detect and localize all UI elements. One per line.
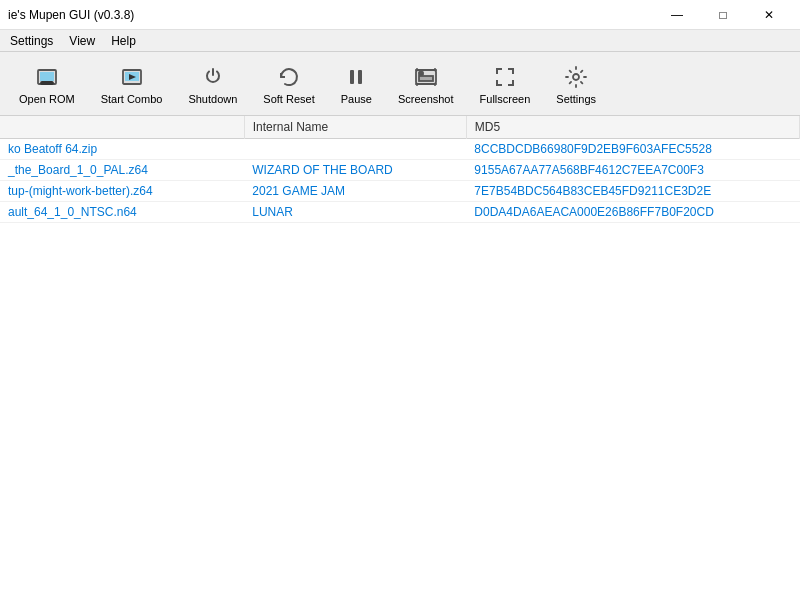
- menu-bar: Settings View Help: [0, 30, 800, 52]
- rom-table-body: ko Beatoff 64.zip8CCBDCDB66980F9D2EB9F60…: [0, 139, 800, 223]
- rom-internal-name: [244, 139, 466, 160]
- svg-rect-11: [419, 76, 433, 81]
- open-rom-label: Open ROM: [19, 93, 75, 105]
- menu-help[interactable]: Help: [103, 32, 144, 50]
- minimize-button[interactable]: —: [654, 0, 700, 30]
- svg-rect-7: [358, 70, 362, 84]
- window-controls: — □ ✕: [654, 0, 792, 30]
- toolbar: Open ROM Start Combo Shutdown: [0, 52, 800, 116]
- svg-rect-2: [41, 82, 53, 84]
- soft-reset-button[interactable]: Soft Reset: [252, 58, 325, 110]
- menu-view[interactable]: View: [61, 32, 103, 50]
- start-combo-button[interactable]: Start Combo: [90, 58, 174, 110]
- start-combo-label: Start Combo: [101, 93, 163, 105]
- rom-filename: _the_Board_1_0_PAL.z64: [0, 160, 244, 181]
- settings-icon: [562, 63, 590, 91]
- shutdown-button[interactable]: Shutdown: [177, 58, 248, 110]
- rom-filename: ko Beatoff 64.zip: [0, 139, 244, 160]
- col-header-md5: MD5: [466, 116, 799, 139]
- menu-settings[interactable]: Settings: [2, 32, 61, 50]
- soft-reset-label: Soft Reset: [263, 93, 314, 105]
- table-row[interactable]: _the_Board_1_0_PAL.z64WIZARD OF THE BOAR…: [0, 160, 800, 181]
- table-row[interactable]: tup-(might-work-better).z642021 GAME JAM…: [0, 181, 800, 202]
- rom-md5: 8CCBDCDB66980F9D2EB9F603AFEC5528: [466, 139, 799, 160]
- rom-md5: 9155A67AA77A568BF4612C7EEA7C00F3: [466, 160, 799, 181]
- fullscreen-icon: [491, 63, 519, 91]
- svg-rect-1: [40, 72, 54, 81]
- rom-filename: tup-(might-work-better).z64: [0, 181, 244, 202]
- settings-button[interactable]: Settings: [545, 58, 607, 110]
- shutdown-icon: [199, 63, 227, 91]
- col-header-filename: [0, 116, 244, 139]
- close-button[interactable]: ✕: [746, 0, 792, 30]
- svg-rect-10: [420, 73, 422, 74]
- open-rom-button[interactable]: Open ROM: [8, 58, 86, 110]
- table-row[interactable]: ault_64_1_0_NTSC.n64LUNARD0DA4DA6AEACA00…: [0, 202, 800, 223]
- rom-md5: D0DA4DA6AEACA000E26B86FF7B0F20CD: [466, 202, 799, 223]
- shutdown-label: Shutdown: [188, 93, 237, 105]
- rom-internal-name: LUNAR: [244, 202, 466, 223]
- rom-internal-name: 2021 GAME JAM: [244, 181, 466, 202]
- pause-button[interactable]: Pause: [330, 58, 383, 110]
- rom-filename: ault_64_1_0_NTSC.n64: [0, 202, 244, 223]
- table-row[interactable]: ko Beatoff 64.zip8CCBDCDB66980F9D2EB9F60…: [0, 139, 800, 160]
- fullscreen-label: Fullscreen: [480, 93, 531, 105]
- svg-rect-6: [350, 70, 354, 84]
- open-rom-icon: [33, 63, 61, 91]
- rom-md5: 7E7B54BDC564B83CEB45FD9211CE3D2E: [466, 181, 799, 202]
- screenshot-icon: [412, 63, 440, 91]
- pause-icon: [342, 63, 370, 91]
- col-header-internal: Internal Name: [244, 116, 466, 139]
- settings-label: Settings: [556, 93, 596, 105]
- window-title: ie's Mupen GUI (v0.3.8): [8, 8, 134, 22]
- soft-reset-icon: [275, 63, 303, 91]
- screenshot-label: Screenshot: [398, 93, 454, 105]
- title-bar: ie's Mupen GUI (v0.3.8) — □ ✕: [0, 0, 800, 30]
- fullscreen-button[interactable]: Fullscreen: [469, 58, 542, 110]
- screenshot-button[interactable]: Screenshot: [387, 58, 465, 110]
- rom-table: Internal Name MD5 ko Beatoff 64.zip8CCBD…: [0, 116, 800, 223]
- svg-point-20: [573, 74, 579, 80]
- pause-label: Pause: [341, 93, 372, 105]
- start-combo-icon: [118, 63, 146, 91]
- rom-internal-name: WIZARD OF THE BOARD: [244, 160, 466, 181]
- maximize-button[interactable]: □: [700, 0, 746, 30]
- rom-list-container: Internal Name MD5 ko Beatoff 64.zip8CCBD…: [0, 116, 800, 600]
- table-header-row: Internal Name MD5: [0, 116, 800, 139]
